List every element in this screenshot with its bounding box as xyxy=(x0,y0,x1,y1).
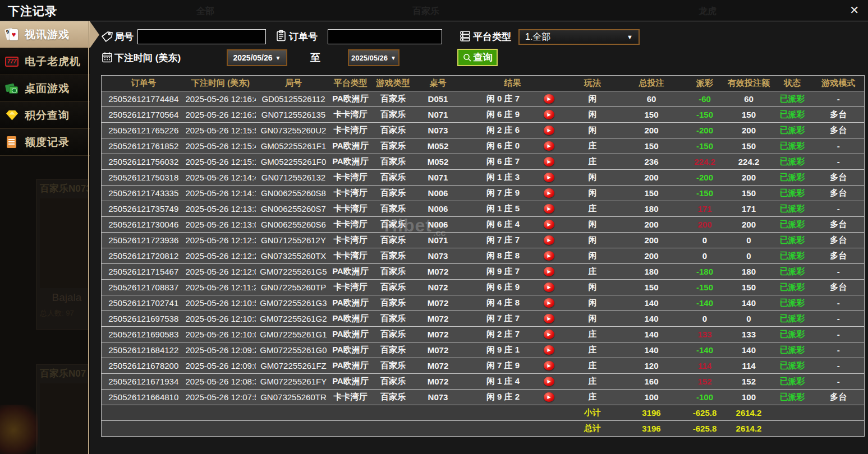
cell-round-no: GN073255260TR xyxy=(256,390,332,405)
main-content: 局号 订单号 平台类型 1.全部 ▼ 下注时间 (美东) 2025/05/26 … xyxy=(90,21,868,454)
chevron-down-icon: ▼ xyxy=(627,34,633,40)
cell-game-mode: - xyxy=(813,91,865,107)
replay-play-button[interactable]: ▶ xyxy=(532,220,566,229)
replay-play-button[interactable]: ▶ xyxy=(532,361,566,370)
result-cell: 闲 6 庄 7▶ xyxy=(460,156,566,167)
replay-play-button[interactable]: ▶ xyxy=(532,377,566,386)
play-icon: ▶ xyxy=(544,377,554,386)
document-icon xyxy=(4,135,20,150)
column-header: 游戏类型 xyxy=(370,76,417,91)
order-no-input[interactable] xyxy=(328,29,442,44)
cell-result: 闲 6 庄 4▶ xyxy=(460,217,566,233)
column-header: 局号 xyxy=(256,76,332,91)
cell-result: 闲 2 庄 6▶ xyxy=(460,123,566,138)
cell-game-type: 百家乐 xyxy=(370,374,417,390)
cell-result: 闲 6 庄 9▶ xyxy=(460,280,566,295)
cell-status: 已派彩 xyxy=(772,91,813,107)
background-menu-item: 百家乐 xyxy=(412,6,439,17)
cell-platform: 卡卡湾厅 xyxy=(332,170,370,186)
order-no-label: 订单号 xyxy=(289,30,318,43)
sidebar-item-slot-machines[interactable]: 777 电子老虎机 xyxy=(0,48,90,75)
cell-total-bet: 140 xyxy=(619,342,684,358)
platform-type-select[interactable]: 1.全部 ▼ xyxy=(518,29,640,45)
result-text: 闲 1 庄 4 xyxy=(460,376,532,387)
cell-bet-time: 2025-05-26 12:08:30 xyxy=(186,374,256,390)
replay-play-button[interactable]: ▶ xyxy=(532,94,566,104)
result-text: 闲 6 庄 9 xyxy=(460,282,532,293)
cell-round-no: GN07125526135 xyxy=(256,107,332,123)
sidebar-item-label: 积分查询 xyxy=(25,108,70,123)
dealer-photo xyxy=(40,198,88,288)
cell-total-bet: 180 xyxy=(619,201,684,217)
background-menu-item: 全部 xyxy=(196,6,214,17)
replay-play-button[interactable]: ▶ xyxy=(532,314,566,323)
result-cell: 闲 4 庄 8▶ xyxy=(460,298,566,308)
cell-total-bet: 200 xyxy=(619,123,684,138)
cell-status: 已派彩 xyxy=(772,123,813,138)
replay-play-button[interactable]: ▶ xyxy=(532,173,566,182)
summary-valid-bet: 2614.2 xyxy=(726,421,772,437)
result-text: 闲 6 庄 9 xyxy=(460,109,532,120)
cell-status: 已派彩 xyxy=(772,186,813,201)
replay-play-button[interactable]: ▶ xyxy=(532,298,566,308)
replay-play-button[interactable]: ▶ xyxy=(532,110,566,119)
calendar-icon xyxy=(101,51,113,63)
column-header: 下注时间 (美东) xyxy=(186,76,256,91)
date-to-select[interactable]: 2025/05/26 ▼ xyxy=(348,49,399,66)
summary-valid-bet: 2614.2 xyxy=(726,405,772,421)
result-text: 闲 7 庄 9 xyxy=(460,360,532,371)
cell-game-type: 百家乐 xyxy=(370,107,417,123)
cell-valid-bet: 200 xyxy=(726,217,772,233)
cell-game-mode: - xyxy=(813,311,865,327)
result-text: 闲 9 庄 2 xyxy=(460,392,532,402)
result-text: 闲 0 庄 7 xyxy=(460,94,532,104)
replay-play-button[interactable]: ▶ xyxy=(532,282,566,292)
round-no-input[interactable] xyxy=(137,29,266,44)
replay-play-button[interactable]: ▶ xyxy=(532,267,566,276)
sidebar-divider xyxy=(88,21,89,454)
cell-payout: 0 xyxy=(684,233,726,248)
result-text: 闲 1 庄 3 xyxy=(460,172,532,183)
cell-play-type: 庄 xyxy=(566,374,619,390)
replay-play-button[interactable]: ▶ xyxy=(532,188,566,198)
replay-play-button[interactable]: ▶ xyxy=(532,157,566,166)
cell-game-mode: - xyxy=(813,327,865,342)
table-games-icon xyxy=(4,81,20,96)
replay-play-button[interactable]: ▶ xyxy=(532,204,566,214)
cell-game-type: 百家乐 xyxy=(370,264,417,280)
replay-play-button[interactable]: ▶ xyxy=(532,392,566,402)
replay-play-button[interactable]: ▶ xyxy=(532,251,566,261)
cell-total-bet: 180 xyxy=(619,264,684,280)
sidebar-item-video-games[interactable]: 9 ♥ 视讯游戏 xyxy=(0,21,90,48)
cell-platform: PA欧洲厅 xyxy=(332,154,370,170)
cell-game-mode: - xyxy=(813,138,865,154)
chevron-down-icon: ▼ xyxy=(391,55,396,61)
replay-play-button[interactable]: ▶ xyxy=(532,126,566,135)
sidebar-item-table-games[interactable]: 桌面游戏 xyxy=(0,75,90,102)
cell-platform: PA欧洲厅 xyxy=(332,91,370,107)
summary-payout: -625.8 xyxy=(684,405,726,421)
date-from-select[interactable]: 2025/05/26 ▼ xyxy=(227,49,287,66)
close-icon[interactable]: ✕ xyxy=(849,3,859,17)
tag-icon xyxy=(101,30,113,43)
play-icon: ▶ xyxy=(544,282,554,292)
replay-play-button[interactable]: ▶ xyxy=(532,330,566,339)
play-icon: ▶ xyxy=(544,392,554,402)
cell-table-no: N006 xyxy=(417,201,460,217)
cell-result: 闲 8 庄 8▶ xyxy=(460,248,566,264)
replay-play-button[interactable]: ▶ xyxy=(532,235,566,245)
sidebar-item-points-query[interactable]: 积分查询 xyxy=(0,102,90,129)
cell-table-no: N072 xyxy=(417,280,460,295)
cell-play-type: 庄 xyxy=(566,154,619,170)
search-icon xyxy=(463,53,472,62)
replay-play-button[interactable]: ▶ xyxy=(532,141,566,151)
search-button[interactable]: 查询 xyxy=(457,49,498,66)
cell-play-type: 闲 xyxy=(566,280,619,295)
column-header: 结果 xyxy=(460,76,566,91)
cell-result: 闲 7 庄 9▶ xyxy=(460,186,566,201)
cell-game-mode: - xyxy=(813,358,865,374)
play-icon: ▶ xyxy=(544,361,554,370)
cell-game-type: 百家乐 xyxy=(370,170,417,186)
replay-play-button[interactable]: ▶ xyxy=(532,345,566,355)
sidebar-item-quota-records[interactable]: 额度记录 xyxy=(0,129,90,156)
